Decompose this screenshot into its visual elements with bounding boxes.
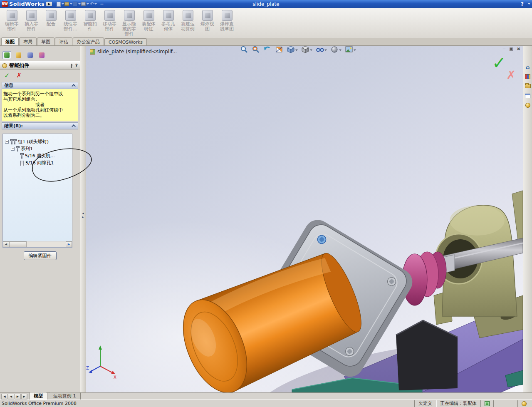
linear-component-pattern-button[interactable]: 线性零 部件…: [61, 9, 80, 37]
tree-row-series1[interactable]: 系列1: [3, 145, 72, 152]
tab-evaluate[interactable]: 评估: [55, 37, 72, 45]
file-explorer-icon[interactable]: [524, 82, 532, 90]
zoom-to-fit-icon[interactable]: [239, 46, 249, 55]
confirmation-cancel-button[interactable]: ✗: [506, 68, 516, 82]
show-hidden-components-button[interactable]: 显示隐 藏的零 部件: [119, 9, 139, 37]
minimize-icon[interactable]: ─: [503, 47, 505, 51]
info-message: 拖动一个系列到另一个组中以 与其它系列组合。 - 或者 - 从一个系列拖动孔到任…: [2, 89, 78, 121]
collapse-box-icon[interactable]: [11, 147, 15, 151]
scroll-right-icon[interactable]: ▶: [66, 241, 72, 247]
edit-fastener-button[interactable]: 编辑紧固件: [24, 251, 57, 260]
show-hidden-components-icon: [124, 10, 135, 21]
featuremanager-tab[interactable]: [2, 51, 11, 59]
insert-component-icon: [26, 10, 37, 21]
quick-tips-icon[interactable]: [485, 401, 490, 406]
design-library-icon[interactable]: [524, 72, 532, 81]
model-tab[interactable]: 模型: [29, 392, 47, 400]
menu-expand-arrow-icon[interactable]: ▶: [46, 2, 52, 6]
pan-head-screw-icon: [20, 153, 24, 159]
next-tab-icon[interactable]: ▶: [15, 394, 21, 400]
tab-office-products[interactable]: 办公室产品: [73, 37, 104, 45]
status-ball-icon[interactable]: [522, 401, 527, 406]
display-style-icon[interactable]: [300, 46, 313, 55]
new-motion-study-icon: [183, 10, 193, 21]
graphics-viewport[interactable]: X Z slide_plate (simplified<simplif... ─…: [86, 46, 523, 392]
configurationmanager-tab[interactable]: [26, 51, 35, 59]
apply-scene-icon[interactable]: [344, 46, 357, 55]
help-button[interactable]: ?: [521, 1, 524, 7]
collapse-chevron-icon: [72, 84, 76, 88]
edit-component-button[interactable]: 编辑零 部件: [2, 9, 22, 37]
help-dropdown-icon[interactable]: [528, 3, 530, 5]
tree-row-clearance-hole[interactable]: 5/16 间隙孔1: [3, 159, 72, 166]
previous-tab-icon[interactable]: ◀: [8, 394, 14, 400]
pm-help-icon[interactable]: ?: [75, 63, 78, 68]
pm-cancel-button[interactable]: ✗: [16, 72, 22, 79]
dropdown-arrow-icon[interactable]: [295, 50, 298, 51]
results-group-header[interactable]: 结果(R):: [2, 122, 78, 129]
horizontal-scrollbar[interactable]: ◀ ▶: [3, 241, 72, 247]
keep-visible-pin-icon[interactable]: [69, 63, 73, 68]
bearing-block-2-part[interactable]: [512, 191, 523, 241]
panel-splitter[interactable]: ◂▸: [80, 46, 86, 392]
new-document-icon[interactable]: [56, 1, 64, 7]
print-icon[interactable]: [81, 1, 89, 7]
hide-show-items-icon[interactable]: [315, 46, 328, 55]
close-icon[interactable]: ✖: [517, 47, 520, 51]
results-tree-box: 组1 (联头螺钉) 系列1 5/16 扁头机... 5/16 间隙孔1 ◀: [2, 134, 72, 248]
tree-row-group1[interactable]: 组1 (联头螺钉): [3, 138, 72, 145]
smart-fasteners-button[interactable]: 智能扣 件: [80, 9, 100, 37]
assembly-3d-scene[interactable]: X Z: [86, 46, 523, 392]
splitter-grip-icon[interactable]: ◂▸: [80, 211, 86, 219]
exploded-view-button[interactable]: 爆炸视 图: [198, 9, 217, 37]
appearances-scenes-icon[interactable]: [524, 101, 532, 109]
scroll-left-icon[interactable]: ◀: [3, 241, 9, 247]
tab-layout[interactable]: 布局: [19, 37, 37, 45]
section-view-icon[interactable]: [274, 46, 284, 55]
view-palette-icon[interactable]: [524, 92, 532, 100]
motion-study-tab[interactable]: 运动算例 1: [49, 392, 81, 400]
assembly-features-button[interactable]: 装配体 特征: [139, 9, 158, 37]
collapse-box-icon[interactable]: [5, 140, 9, 144]
explode-line-sketch-button[interactable]: 爆炸直 线草图: [217, 9, 237, 37]
support-bracket-part[interactable]: [396, 320, 458, 390]
restore-icon[interactable]: ▣: [509, 47, 513, 51]
zoom-to-area-icon[interactable]: [251, 46, 261, 55]
last-tab-icon[interactable]: ▶: [21, 394, 27, 400]
mate-button[interactable]: 配合: [41, 9, 61, 37]
confirmation-ok-button[interactable]: ✓: [492, 53, 506, 72]
reference-geometry-button[interactable]: 参考几 何体: [158, 9, 178, 37]
pm-ok-button[interactable]: ✓: [4, 72, 10, 79]
save-icon[interactable]: [73, 1, 81, 7]
dropdown-arrow-icon[interactable]: [324, 50, 327, 51]
solidworks-resources-icon[interactable]: ⌂: [524, 63, 532, 71]
previous-view-icon[interactable]: [262, 46, 272, 55]
scrollbar-thumb[interactable]: [9, 241, 27, 247]
new-motion-study-button[interactable]: 新建运 动算例: [178, 9, 198, 37]
edit-appearance-icon[interactable]: [329, 46, 342, 55]
tab-cosmosworks[interactable]: COSMOSWorks: [104, 38, 147, 45]
product-name: SolidWorks Office Premium 2008: [2, 401, 77, 406]
dropdown-arrow-icon[interactable]: [339, 50, 341, 51]
tree-row-fastener[interactable]: 5/16 扁头机...: [3, 152, 72, 159]
property-manager-title: 智能扣件: [9, 62, 29, 69]
status-bar: SolidWorks Office Premium 2008 欠定义 正在编辑：…: [0, 400, 532, 407]
tab-assembly[interactable]: 装配: [1, 37, 19, 45]
dropdown-arrow-icon[interactable]: [354, 50, 356, 51]
propertymanager-tab[interactable]: [14, 51, 23, 59]
move-component-button[interactable]: 移动零 部件: [100, 9, 119, 37]
info-group-header[interactable]: 信息: [2, 82, 78, 89]
open-document-icon[interactable]: [64, 1, 72, 7]
assembly-icon: [90, 49, 95, 55]
view-orientation-icon[interactable]: [286, 46, 299, 55]
clearance-hole-icon: [20, 161, 24, 166]
dimxpertmanager-tab[interactable]: [37, 51, 46, 59]
dropdown-arrow-icon[interactable]: [310, 50, 312, 51]
options-menu-icon[interactable]: ≡: [98, 1, 106, 7]
undo-icon[interactable]: ↶: [89, 1, 97, 7]
first-tab-icon[interactable]: ◀: [1, 394, 7, 400]
featuremanager-tab-icon: [4, 52, 10, 58]
insert-component-button[interactable]: 插入零 部件: [22, 9, 41, 37]
tab-sketch[interactable]: 草图: [37, 37, 54, 45]
app-name: SolidWorks: [9, 1, 45, 7]
